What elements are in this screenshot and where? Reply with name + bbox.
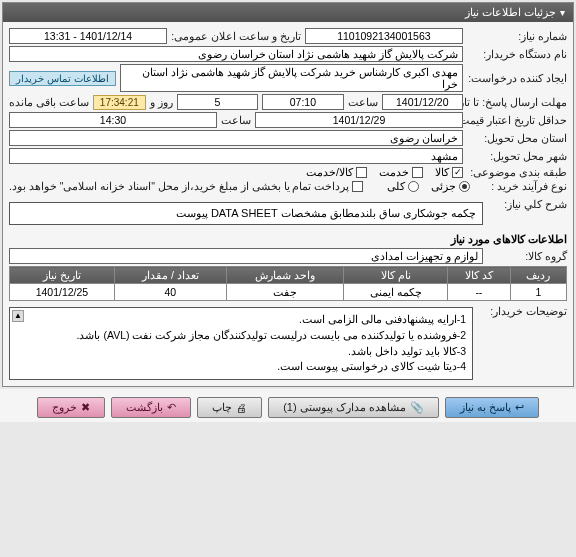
city-label: شهر محل تحویل: bbox=[467, 150, 567, 162]
valid-label: حداقل تاریخ اعتبار قیمت: تا تاریخ: bbox=[467, 114, 567, 126]
th-date: تاریخ نیاز bbox=[10, 267, 115, 284]
respond-button[interactable]: ↩پاسخ به نیاز bbox=[445, 397, 539, 418]
radio-icon bbox=[459, 181, 470, 192]
time-label-2: ساعت bbox=[221, 114, 251, 126]
exit-icon: ✖ bbox=[81, 401, 90, 414]
announce-label: تاریخ و ساعت اعلان عمومی: bbox=[171, 30, 301, 42]
print-icon: 🖨 bbox=[236, 402, 247, 414]
buyer-label: نام دستگاه خریدار: bbox=[467, 48, 567, 60]
cell-unit: جفت bbox=[226, 284, 343, 301]
note-line: 2-فروشنده یا تولیدکننده می بایست درلیست … bbox=[16, 328, 466, 344]
creator-field: مهدی اکبری کارشناس خرید شرکت پالایش گاز … bbox=[120, 64, 463, 92]
province-field: خراسان رضوی bbox=[9, 130, 463, 146]
table-row[interactable]: 1 -- چکمه ایمنی جفت 40 1401/12/25 bbox=[10, 284, 567, 301]
exit-button[interactable]: ✖خروج bbox=[37, 397, 105, 418]
announce-field: 1401/12/14 - 13:31 bbox=[9, 28, 167, 44]
details-panel: ▾ جزئیات اطلاعات نیاز شماره نیاز: 110109… bbox=[2, 2, 574, 387]
cell-code: -- bbox=[447, 284, 510, 301]
note-line: 4-دیتا شیت کالای درخواستی پیوست است. bbox=[16, 359, 466, 375]
reply-icon: ↩ bbox=[515, 401, 524, 414]
province-label: استان محل تحویل: bbox=[467, 132, 567, 144]
th-idx: ردیف bbox=[510, 267, 566, 284]
contact-info-button[interactable]: اطلاعات تماس خریدار bbox=[9, 71, 116, 86]
table-header-row: ردیف کد کالا نام کالا واحد شمارش تعداد /… bbox=[10, 267, 567, 284]
remain-days-label: روز و bbox=[150, 96, 173, 108]
buytype-group: جزئی کلی bbox=[387, 180, 470, 192]
panel-body: شماره نیاز: 1101092134001563 تاریخ و ساع… bbox=[3, 22, 573, 386]
scroll-up-icon[interactable]: ▲ bbox=[12, 310, 24, 322]
th-qty: تعداد / مقدار bbox=[114, 267, 226, 284]
collapse-icon[interactable]: ▾ bbox=[560, 7, 565, 18]
valid-date-field: 1401/12/29 bbox=[255, 112, 463, 128]
category-group: کالا خدمت کالا/خدمت bbox=[306, 166, 463, 178]
buyer-notes: ▲ 1-ارایه پیشنهادفنی مالی الزامی است. 2-… bbox=[9, 307, 473, 380]
cell-name: چکمه ایمنی bbox=[344, 284, 448, 301]
time-label-1: ساعت bbox=[348, 96, 378, 108]
check-kala[interactable]: کالا bbox=[435, 166, 463, 178]
th-unit: واحد شمارش bbox=[226, 267, 343, 284]
button-bar: ↩پاسخ به نیاز 📎مشاهده مدارک پیوستی (1) 🖨… bbox=[0, 389, 576, 422]
items-table: ردیف کد کالا نام کالا واحد شمارش تعداد /… bbox=[9, 266, 567, 301]
desc-label: شرح کلي نیاز: bbox=[487, 198, 567, 210]
th-code: کد کالا bbox=[447, 267, 510, 284]
note-line: 3-کالا باید تولید داخل باشد. bbox=[16, 344, 466, 360]
cell-qty: 40 bbox=[114, 284, 226, 301]
check-payment[interactable]: پرداخت تمام یا بخشی از مبلغ خرید،از محل … bbox=[9, 180, 363, 192]
payment-note: پرداخت تمام یا بخشی از مبلغ خرید،از محل … bbox=[9, 180, 349, 192]
deadline-date-field: 1401/12/20 bbox=[382, 94, 463, 110]
creator-label: ایجاد کننده درخواست: bbox=[467, 72, 567, 84]
remain-suffix: ساعت باقی مانده bbox=[9, 96, 89, 108]
panel-header: ▾ جزئیات اطلاعات نیاز bbox=[3, 3, 573, 22]
valid-time-field: 14:30 bbox=[9, 112, 217, 128]
deadline-label: مهلت ارسال پاسخ: تا تاریخ: bbox=[467, 96, 567, 108]
check-kalakhadamat[interactable]: کالا/خدمت bbox=[306, 166, 367, 178]
attachment-icon: 📎 bbox=[410, 401, 424, 414]
notes-label: توضیحات خریدار: bbox=[477, 305, 567, 317]
need-no-field: 1101092134001563 bbox=[305, 28, 463, 44]
items-section-title: اطلاعات کالاهای مورد نیاز bbox=[9, 233, 567, 246]
need-description: چکمه جوشکاری ساق بلندمطابق مشخصات DATA S… bbox=[9, 202, 483, 225]
checkbox-icon bbox=[452, 167, 463, 178]
remain-days-field: 5 bbox=[177, 94, 258, 110]
checkbox-icon bbox=[356, 167, 367, 178]
group-label: گروه کالا: bbox=[487, 250, 567, 262]
radio-icon bbox=[408, 181, 419, 192]
note-line: 1-ارایه پیشنهادفنی مالی الزامی است. bbox=[16, 312, 466, 328]
radio-koli[interactable]: کلی bbox=[387, 180, 419, 192]
cell-idx: 1 bbox=[510, 284, 566, 301]
print-button[interactable]: 🖨چاپ bbox=[197, 397, 262, 418]
buyer-field: شرکت پالایش گاز شهید هاشمی نژاد استان خر… bbox=[9, 46, 463, 62]
countdown-badge: 17:34:21 bbox=[93, 95, 146, 110]
th-name: نام کالا bbox=[344, 267, 448, 284]
radio-joz[interactable]: جزئی bbox=[431, 180, 470, 192]
deadline-time-field: 07:10 bbox=[262, 94, 343, 110]
back-button[interactable]: ↶بازگشت bbox=[111, 397, 191, 418]
checkbox-icon bbox=[412, 167, 423, 178]
back-icon: ↶ bbox=[167, 401, 176, 414]
panel-title: جزئیات اطلاعات نیاز bbox=[465, 6, 556, 19]
need-no-label: شماره نیاز: bbox=[467, 30, 567, 42]
category-label: طبقه بندی موضوعی: bbox=[467, 166, 567, 178]
city-field: مشهد bbox=[9, 148, 463, 164]
attachments-button[interactable]: 📎مشاهده مدارک پیوستی (1) bbox=[268, 397, 439, 418]
buytype-label: نوع فرآیند خرید : bbox=[474, 180, 567, 192]
group-field: لوازم و تجهیزات امدادی bbox=[9, 248, 483, 264]
check-khadamat[interactable]: خدمت bbox=[379, 166, 423, 178]
cell-date: 1401/12/25 bbox=[10, 284, 115, 301]
checkbox-icon bbox=[352, 181, 363, 192]
